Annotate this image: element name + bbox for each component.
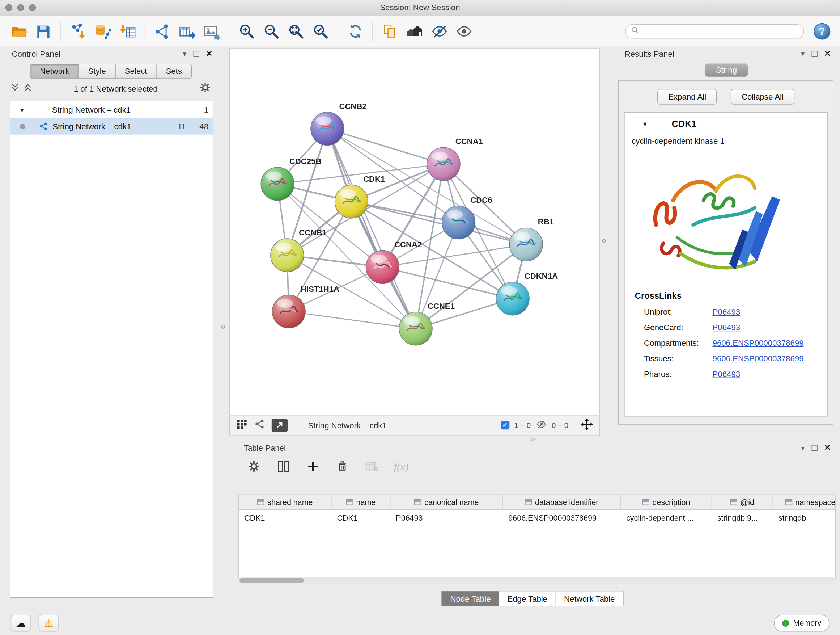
gear-icon[interactable]: [199, 81, 211, 96]
birdseye-view-icon[interactable]: [236, 418, 248, 432]
panel-float-icon[interactable]: [193, 51, 199, 57]
column-header-namespace[interactable]: namespace: [773, 495, 836, 509]
hide-results-icon[interactable]: [428, 20, 450, 43]
network-row-selected[interactable]: String Network – cdk1 11 48: [10, 118, 213, 135]
expand-all-icon[interactable]: [24, 83, 32, 94]
column-header-shared-name[interactable]: shared name: [239, 495, 332, 509]
export-image-icon[interactable]: [201, 20, 223, 43]
crosslink-value[interactable]: P06493: [713, 323, 741, 332]
zoom-out-icon[interactable]: [260, 20, 282, 43]
tab-sets[interactable]: Sets: [156, 64, 191, 79]
splitter-handle[interactable]: [531, 437, 535, 441]
tab-network-table[interactable]: Network Table: [556, 591, 623, 606]
search-input[interactable]: [643, 27, 798, 36]
help-button[interactable]: ?: [813, 23, 830, 40]
show-results-icon[interactable]: [453, 20, 475, 43]
network-canvas[interactable]: CCNB2CCNA1CDC25BCDK1CDC6RB1CCNB1CCNA2CDK…: [229, 48, 600, 415]
zoom-in-icon[interactable]: [235, 20, 257, 43]
network-edge[interactable]: [327, 128, 416, 328]
tree-expander-icon[interactable]: ▼: [18, 106, 27, 113]
column-header-canonical-name[interactable]: canonical name: [391, 495, 503, 509]
export-network-table-icon[interactable]: [176, 20, 198, 43]
splitter-handle[interactable]: [221, 325, 225, 328]
collapse-gene-icon[interactable]: ▼: [642, 120, 648, 128]
network-node-CDC6[interactable]: CDC6: [442, 195, 493, 239]
zoom-selected-icon[interactable]: [309, 20, 332, 43]
network-edge[interactable]: [327, 128, 444, 164]
table-settings-gear-icon[interactable]: [246, 459, 261, 474]
panel-close-icon[interactable]: ×: [824, 443, 830, 451]
table-row[interactable]: CDK1CDK1P064939606.ENSP00000378699cyclin…: [239, 510, 835, 525]
panel-collapse-icon[interactable]: ▾: [801, 50, 805, 57]
network-node-CCNA1[interactable]: CCNA1: [427, 137, 483, 181]
column-sort-icon: [642, 499, 649, 505]
import-network-file-icon[interactable]: [67, 20, 89, 43]
zoom-fit-icon[interactable]: [284, 20, 307, 43]
column-header-database-identifier[interactable]: database identifier: [503, 495, 621, 509]
import-network-database-icon[interactable]: [92, 20, 114, 43]
import-table-icon[interactable]: [116, 20, 139, 43]
hidden-eye-icon[interactable]: [536, 418, 547, 432]
network-node-HIST1H1A[interactable]: HIST1H1A: [272, 285, 339, 328]
network-node-CDKN1A[interactable]: CDKN1A: [496, 272, 558, 315]
table-cell: CDK1: [239, 513, 332, 522]
save-session-icon[interactable]: [32, 20, 55, 43]
splitter-handle[interactable]: [602, 239, 606, 242]
network-node-CDC25B[interactable]: CDC25B: [261, 157, 321, 201]
network-node-CCNB1[interactable]: CCNB1: [271, 228, 327, 272]
column-header-description[interactable]: description: [621, 495, 712, 509]
add-column-icon[interactable]: [305, 459, 320, 474]
tab-network[interactable]: Network: [30, 64, 79, 79]
tab-select[interactable]: Select: [116, 64, 157, 79]
network-from-selection-icon[interactable]: [151, 20, 174, 43]
crosslink-value[interactable]: 9606.ENSP00000378699: [713, 338, 804, 347]
panel-float-icon[interactable]: [812, 445, 817, 450]
column-sort-icon: [257, 499, 264, 505]
collapse-all-icon[interactable]: [11, 83, 19, 94]
memory-button[interactable]: Memory: [774, 615, 829, 631]
network-node-CCNE1[interactable]: CCNE1: [399, 302, 455, 345]
column-header-name[interactable]: name: [332, 495, 391, 509]
panel-float-icon[interactable]: [812, 51, 817, 57]
duplicate-session-icon[interactable]: [379, 20, 401, 43]
move-crosshair-icon[interactable]: [581, 418, 593, 432]
panel-collapse-icon[interactable]: ▾: [183, 50, 187, 57]
open-in-new-window-button[interactable]: [272, 418, 287, 432]
collapse-all-button[interactable]: Collapse All: [731, 89, 794, 105]
network-edge[interactable]: [289, 311, 416, 328]
crosslink-row: GeneCard:P06493: [644, 323, 827, 332]
crosslink-label: Compartments:: [644, 338, 713, 347]
crosslink-value[interactable]: P06493: [713, 369, 741, 378]
refresh-layout-icon[interactable]: [344, 20, 366, 43]
network-collection-row[interactable]: ▼ String Network – cdk1 1: [10, 101, 213, 118]
toolbar-separator: [372, 22, 373, 41]
crosslink-value[interactable]: 9606.ENSP00000378699: [713, 354, 804, 363]
tab-style[interactable]: Style: [79, 64, 115, 79]
tab-edge-table[interactable]: Edge Table: [499, 591, 556, 606]
results-tab-string[interactable]: String: [705, 63, 748, 77]
cloud-status-button[interactable]: ☁: [11, 615, 31, 631]
expand-all-button[interactable]: Expand All: [658, 89, 717, 105]
network-node-RB1[interactable]: RB1: [509, 217, 554, 261]
panel-close-icon[interactable]: ×: [206, 50, 212, 57]
share-network-icon[interactable]: [254, 419, 265, 432]
column-header--id[interactable]: @id: [712, 495, 773, 509]
warnings-button[interactable]: ⚠: [39, 615, 59, 631]
open-session-icon[interactable]: [8, 20, 30, 43]
network-node-CDK1[interactable]: CDK1: [335, 174, 385, 218]
selected-checkbox-icon[interactable]: ✓: [501, 421, 509, 429]
crosslink-value[interactable]: P06493: [713, 307, 741, 317]
delete-column-icon[interactable]: [335, 459, 350, 474]
network-tree: ▼ String Network – cdk1 1 String Network…: [10, 101, 213, 598]
show-columns-icon[interactable]: [276, 459, 291, 474]
home-icon[interactable]: [403, 20, 426, 43]
search-box[interactable]: [625, 24, 804, 39]
panel-close-icon[interactable]: ×: [824, 50, 830, 57]
memory-status-dot: [782, 619, 789, 626]
node-label: CCNB2: [339, 102, 367, 111]
tab-node-table[interactable]: Node Table: [442, 591, 499, 606]
horizontal-scrollbar[interactable]: [238, 578, 836, 583]
panel-collapse-icon[interactable]: ▾: [801, 444, 805, 451]
scrollbar-thumb[interactable]: [240, 578, 304, 583]
network-selection-status: 1 of 1 Network selected: [36, 84, 195, 93]
